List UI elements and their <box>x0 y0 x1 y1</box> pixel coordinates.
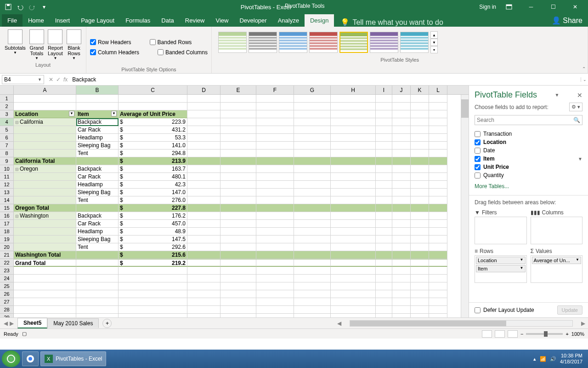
cell[interactable] <box>14 181 76 189</box>
cell[interactable] <box>376 267 392 275</box>
cell[interactable] <box>331 196 376 204</box>
cell[interactable] <box>411 259 429 267</box>
column-header[interactable]: G <box>294 86 331 94</box>
cell[interactable] <box>256 204 294 212</box>
chevron-down-icon[interactable]: ▼ <box>576 258 579 263</box>
cell[interactable] <box>331 243 376 251</box>
cell[interactable] <box>220 157 256 165</box>
cell[interactable] <box>256 157 294 165</box>
formula-input[interactable]: Backpack <box>70 76 581 83</box>
cell[interactable] <box>220 165 256 173</box>
cell[interactable] <box>376 189 392 196</box>
sheet-scroll-right-icon[interactable]: ▶ <box>578 320 588 327</box>
cell[interactable] <box>220 196 256 204</box>
cell[interactable] <box>411 165 429 173</box>
cell[interactable] <box>256 126 294 134</box>
enter-formula-icon[interactable]: ✓ <box>56 76 61 83</box>
cell[interactable] <box>331 251 376 259</box>
cell[interactable] <box>411 189 429 196</box>
sheet-tab-active[interactable]: Sheet5 <box>17 318 47 328</box>
cell[interactable] <box>14 134 76 142</box>
cell[interactable] <box>376 150 392 157</box>
cell[interactable] <box>392 173 411 181</box>
cell[interactable] <box>294 251 331 259</box>
cell[interactable] <box>76 298 119 306</box>
cell[interactable] <box>187 275 220 282</box>
field-checkbox[interactable] <box>475 156 481 162</box>
cell[interactable] <box>331 181 376 189</box>
cell[interactable]: Sleeping Bag <box>76 189 119 196</box>
cell[interactable]: Grand Total <box>14 259 76 267</box>
style-swatch[interactable] <box>370 32 398 53</box>
cell[interactable]: Tent <box>76 150 119 157</box>
filter-dropdown-icon[interactable]: ▼ <box>111 111 117 116</box>
cell[interactable] <box>220 243 256 251</box>
cell[interactable] <box>331 314 376 317</box>
cell[interactable] <box>256 189 294 196</box>
cell[interactable] <box>376 181 392 189</box>
cell[interactable] <box>411 134 429 142</box>
cell[interactable] <box>187 189 220 196</box>
tray-network-icon[interactable]: 📶 <box>540 356 546 362</box>
cell[interactable] <box>392 103 411 110</box>
cell[interactable] <box>14 275 76 282</box>
cell[interactable] <box>331 134 376 142</box>
close-pane-icon[interactable]: ✕ <box>577 92 582 99</box>
cell[interactable] <box>429 173 447 181</box>
cell[interactable] <box>187 228 220 236</box>
cell[interactable] <box>187 110 220 118</box>
cell[interactable] <box>429 243 447 251</box>
tray-volume-icon[interactable]: 🔊 <box>550 356 556 362</box>
row-header[interactable]: 17 <box>0 220 14 228</box>
cell[interactable] <box>429 95 447 103</box>
cell[interactable]: 213.9 <box>119 157 187 165</box>
cell[interactable]: 294.8 <box>119 150 187 157</box>
cell[interactable] <box>392 275 411 282</box>
row-header[interactable]: 1 <box>0 95 14 103</box>
cell[interactable] <box>411 110 429 118</box>
cell[interactable] <box>220 204 256 212</box>
share-button[interactable]: 👤 Share <box>546 14 588 27</box>
cell[interactable] <box>376 259 392 267</box>
cell[interactable] <box>376 212 392 220</box>
cell[interactable]: 53.3 <box>119 134 187 142</box>
cell[interactable] <box>220 181 256 189</box>
cell[interactable] <box>14 95 76 103</box>
update-button[interactable]: Update <box>557 305 582 315</box>
cell[interactable] <box>411 275 429 282</box>
cell[interactable] <box>331 282 376 290</box>
search-input[interactable] <box>475 115 571 125</box>
select-all-corner[interactable] <box>0 86 14 94</box>
cell[interactable] <box>256 282 294 290</box>
cell[interactable] <box>256 220 294 228</box>
cell[interactable] <box>76 267 119 275</box>
cell[interactable] <box>411 118 429 126</box>
cell[interactable] <box>376 196 392 204</box>
tab-data[interactable]: Data <box>156 14 179 27</box>
cell[interactable] <box>119 314 187 317</box>
cell[interactable] <box>331 306 376 314</box>
cell[interactable] <box>411 103 429 110</box>
cell[interactable]: 223.9 <box>119 118 187 126</box>
cell[interactable]: Item▼ <box>76 110 119 118</box>
cell[interactable] <box>331 173 376 181</box>
row-header[interactable]: 11 <box>0 173 14 181</box>
field-checkbox[interactable] <box>475 148 481 154</box>
cell[interactable] <box>220 95 256 103</box>
cell[interactable] <box>294 204 331 212</box>
cell[interactable] <box>220 228 256 236</box>
cell[interactable] <box>220 118 256 126</box>
cell[interactable] <box>429 259 447 267</box>
sheet-tab[interactable]: May 2010 Sales <box>47 318 99 328</box>
row-header[interactable]: 22 <box>0 259 14 267</box>
field-item[interactable]: Quantity <box>475 171 582 179</box>
cell[interactable] <box>331 275 376 282</box>
cell[interactable] <box>331 204 376 212</box>
area-tag[interactable]: Average of Un...▼ <box>532 257 582 264</box>
cell[interactable] <box>187 314 220 317</box>
cell[interactable]: Headlamp <box>76 134 119 142</box>
cell[interactable] <box>294 196 331 204</box>
cell[interactable]: California Total <box>14 157 76 165</box>
cell[interactable]: 163.7 <box>119 165 187 173</box>
cell[interactable] <box>119 95 187 103</box>
